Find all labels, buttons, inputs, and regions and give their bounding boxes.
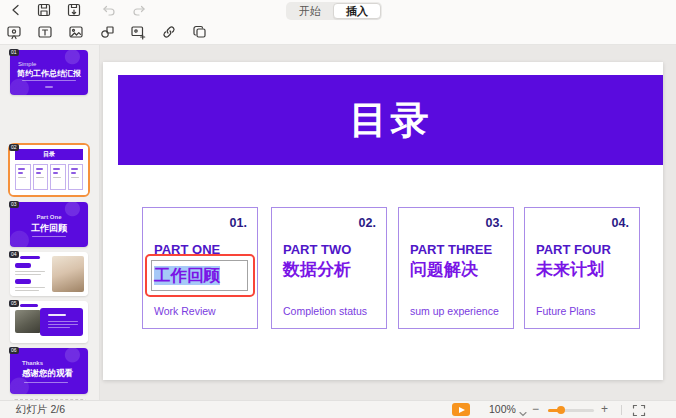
insert-link-button[interactable] [158, 24, 180, 42]
slide-thumbnail-4[interactable]: 04 [10, 252, 88, 296]
slide-number-badge: 03 [9, 201, 19, 208]
zoom-level-value[interactable]: 100% [489, 401, 516, 418]
statusbar-divider [621, 405, 622, 415]
text-cursor-box[interactable]: 工作回顾 [151, 260, 248, 291]
thumb-photo [52, 256, 84, 292]
thumb-pill [15, 263, 31, 268]
save-as-button[interactable] [63, 2, 85, 20]
insert-chart-button[interactable] [127, 24, 149, 42]
thumb-mini-card [33, 164, 49, 190]
slide-number-badge: 05 [9, 300, 19, 307]
new-slide-icon [6, 24, 22, 43]
insert-shape-button[interactable] [96, 24, 118, 42]
card-title[interactable]: 问题解决 [410, 258, 478, 281]
card-subtitle: sum up experience [410, 305, 499, 317]
thumb-title-text: 工作回顾 [10, 222, 88, 235]
image-icon [68, 24, 84, 43]
insert-textbox-button[interactable] [34, 24, 56, 42]
thumb-line [15, 271, 45, 272]
thumbnail-content-slide [10, 301, 88, 343]
play-icon [459, 407, 465, 413]
chart-icon [130, 24, 146, 43]
toc-card-1[interactable]: 01. PART ONE 工作回顾 Work Review [142, 207, 258, 329]
fit-to-screen-button[interactable] [631, 404, 647, 417]
selected-text[interactable]: 工作回顾 [154, 266, 220, 285]
toc-card-3[interactable]: 03. PART THREE 问题解决 sum up experience [398, 207, 514, 329]
card-part-label: PART TWO [283, 242, 351, 257]
toolbar: 开始 插入 [0, 0, 676, 45]
thumb-mini-card [15, 164, 31, 190]
save-icon [36, 2, 52, 21]
thumb-mini-card [50, 164, 66, 190]
thumb-small-text: Part One [10, 214, 88, 220]
thumb-mini-cards [15, 164, 83, 190]
current-slide[interactable]: 目录 01. PART ONE 工作回顾 Work Review 02. PAR… [103, 62, 663, 380]
toc-card-4[interactable]: 04. PART FOUR 未来计划 Future Plans [524, 207, 640, 329]
slide-counter: 幻灯片 2/6 [16, 401, 65, 418]
thumb-title-text: 简约工作总结汇报 [17, 68, 81, 79]
slide-number-badge: 04 [9, 251, 19, 258]
thumb-title-text: 感谢您的观看 [22, 368, 73, 380]
thumbnail-thanks-slide: Thanks 感谢您的观看 [10, 348, 88, 394]
slide-number-badge: 02 [9, 144, 19, 151]
tab-insert[interactable]: 插入 [333, 3, 381, 19]
thumb-banner: 目录 [15, 149, 83, 160]
chevron-down-icon[interactable] [519, 407, 527, 418]
toc-card-2[interactable]: 02. PART TWO 数据分析 Completion status [271, 207, 387, 329]
back-button[interactable] [5, 2, 27, 20]
slide-title-banner[interactable]: 目录 [118, 75, 663, 165]
zoom-in-button[interactable]: + [601, 401, 608, 417]
redo-icon [132, 2, 148, 21]
slide-thumbnail-6[interactable]: 06 Thanks 感谢您的观看 [10, 348, 88, 394]
undo-button[interactable] [97, 2, 119, 20]
card-number: 01. [230, 216, 247, 230]
thumb-dots [45, 86, 53, 88]
slide-title-text: 目录 [350, 95, 432, 146]
tab-start[interactable]: 开始 [287, 3, 333, 19]
back-icon [8, 2, 24, 21]
card-number: 04. [612, 216, 629, 230]
thumb-subtitle-line [24, 382, 68, 383]
thumbnail-toc-slide: 目录 [10, 145, 88, 195]
insert-slide-button[interactable] [3, 24, 25, 42]
thumb-photo [15, 310, 41, 333]
slide-thumbnail-panel: 01 Simple 简约工作总结汇报 02 目录 03 [0, 45, 100, 400]
thumbnail-content-slide [10, 252, 88, 296]
slide-thumbnail-2-selected[interactable]: 02 目录 [10, 145, 88, 195]
zoom-slider-handle[interactable] [557, 406, 565, 414]
fit-screen-icon [632, 405, 646, 418]
slide-thumbnail-3[interactable]: 03 Part One 工作回顾 [10, 202, 88, 247]
slide-number-badge: 01 [9, 49, 19, 56]
insert-image-button[interactable] [65, 24, 87, 42]
ribbon-tab-switch: 开始 插入 [286, 2, 382, 20]
save-as-icon [66, 2, 82, 21]
save-button[interactable] [33, 2, 55, 20]
card-subtitle: Work Review [154, 305, 216, 317]
card-number: 03. [486, 216, 503, 230]
slide-thumbnail-5[interactable]: 05 [10, 301, 88, 343]
thumb-line [15, 274, 41, 275]
slide-thumbnail-1[interactable]: 01 Simple 简约工作总结汇报 [10, 50, 88, 95]
card-subtitle: Future Plans [536, 305, 596, 317]
card-title[interactable]: 未来计划 [536, 258, 604, 281]
thumb-mini-card [68, 164, 84, 190]
status-bar: 幻灯片 2/6 100% − + [0, 400, 676, 418]
redo-button[interactable] [129, 2, 151, 20]
active-text-edit-box[interactable]: 工作回顾 [145, 254, 255, 297]
card-part-label: PART THREE [410, 242, 492, 257]
editor-canvas[interactable]: 目录 01. PART ONE 工作回顾 Work Review 02. PAR… [100, 45, 676, 400]
zoom-slider[interactable] [548, 409, 594, 412]
card-title[interactable]: 数据分析 [283, 258, 351, 281]
zoom-out-button[interactable]: − [532, 401, 539, 417]
thumb-subtitle-line [22, 80, 76, 81]
thumb-small-text: Simple [18, 61, 36, 67]
card-part-label: PART FOUR [536, 242, 611, 257]
shapes-icon [99, 24, 115, 43]
copy-button[interactable] [189, 24, 211, 42]
undo-icon [100, 2, 116, 21]
thumb-title-bar [20, 256, 40, 259]
textbox-icon [37, 24, 53, 43]
thumbnail-section-slide: Part One 工作回顾 [10, 202, 88, 247]
play-slideshow-button[interactable] [452, 403, 470, 416]
thumb-purple-box [40, 308, 83, 336]
